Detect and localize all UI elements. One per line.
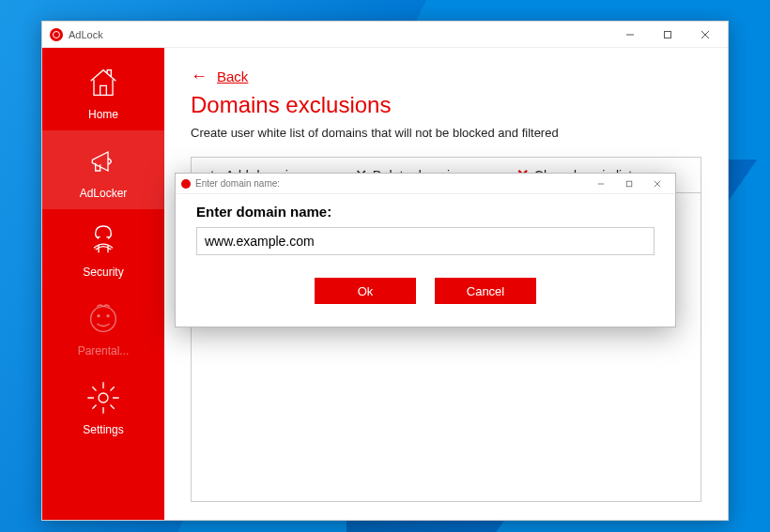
ok-button[interactable]: Ok <box>315 278 416 304</box>
app-icon <box>50 28 63 41</box>
svg-rect-9 <box>626 181 632 187</box>
sidebar-item-settings[interactable]: Settings <box>42 367 164 446</box>
dialog-maximize-button[interactable] <box>615 174 643 194</box>
domain-input[interactable] <box>196 227 654 255</box>
enter-domain-dialog: Enter domain name: Enter domain name: Ok… <box>175 173 676 327</box>
minimize-button[interactable] <box>611 22 649 48</box>
back-link[interactable]: ← Back <box>191 67 701 86</box>
dialog-title: Enter domain name: <box>195 178 587 189</box>
megaphone-icon <box>84 142 123 181</box>
page-description: Create user white list of domains that w… <box>191 126 701 140</box>
back-arrow-icon: ← <box>191 67 208 86</box>
sidebar-item-home[interactable]: Home <box>42 52 164 130</box>
home-icon <box>84 63 123 102</box>
back-label: Back <box>217 68 248 84</box>
close-button[interactable] <box>686 22 724 48</box>
main-titlebar: AdLock <box>42 22 728 48</box>
sidebar-item-security[interactable]: Security <box>42 209 164 288</box>
svg-point-7 <box>99 393 108 403</box>
dialog-label: Enter domain name: <box>196 204 654 220</box>
sidebar-item-label: Home <box>88 108 118 121</box>
sidebar: Home AdLocker Security Parental... <box>42 48 164 520</box>
dialog-titlebar: Enter domain name: <box>176 174 675 194</box>
parental-icon <box>84 299 123 339</box>
sidebar-item-label: Settings <box>83 423 123 436</box>
dialog-minimize-button[interactable] <box>587 174 615 194</box>
sidebar-item-label: Parental... <box>78 344 130 357</box>
sidebar-item-parental[interactable]: Parental... <box>42 288 164 367</box>
svg-point-4 <box>91 307 116 332</box>
sidebar-item-adlocker[interactable]: AdLocker <box>42 130 164 209</box>
window-title: AdLock <box>69 29 611 40</box>
window-controls <box>611 22 724 48</box>
sidebar-item-label: Security <box>83 266 123 279</box>
cancel-button[interactable]: Cancel <box>435 278 536 304</box>
gear-icon <box>84 378 123 418</box>
sidebar-item-label: AdLocker <box>80 187 128 200</box>
dialog-close-button[interactable] <box>643 174 671 194</box>
dialog-app-icon <box>181 179 191 189</box>
maximize-button[interactable] <box>649 22 686 48</box>
svg-rect-1 <box>665 31 671 38</box>
svg-point-6 <box>106 314 109 317</box>
page-title: Domains exclusions <box>191 92 701 118</box>
security-icon <box>84 220 123 260</box>
svg-point-5 <box>97 314 100 317</box>
